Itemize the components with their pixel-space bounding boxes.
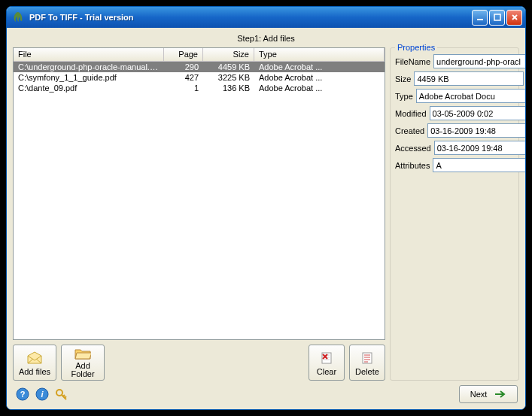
left-panel: File Page Size Type C:\underground-php-o…	[13, 47, 385, 381]
column-file[interactable]: File	[14, 48, 164, 61]
clear-label: Clear	[317, 368, 336, 376]
app-icon	[11, 11, 25, 24]
prop-value-size[interactable]	[414, 71, 524, 86]
clear-button[interactable]: Clear	[309, 345, 345, 381]
add-folder-label: Add Folder	[63, 362, 102, 378]
column-size[interactable]: Size	[203, 48, 254, 61]
svg-text:?: ?	[20, 390, 26, 399]
prop-label-accessed: Accessed	[395, 144, 431, 153]
listview-header: File Page Size Type	[14, 48, 385, 62]
prop-label-attributes: Attributes	[395, 161, 430, 170]
delete-icon	[360, 350, 374, 366]
info-icon[interactable]: i	[34, 386, 50, 402]
prop-value-modified[interactable]	[430, 106, 526, 120]
prop-label-type: Type	[395, 92, 413, 101]
svg-rect-0	[477, 19, 483, 20]
cell-type: Adobe Acrobat ...	[254, 84, 385, 93]
close-button[interactable]	[506, 10, 522, 26]
next-button[interactable]: Next	[459, 385, 518, 403]
prop-value-accessed[interactable]	[434, 141, 526, 155]
next-label: Next	[470, 390, 488, 399]
cell-size: 136 KB	[203, 84, 254, 93]
prop-value-created[interactable]	[427, 123, 526, 138]
prop-value-filename[interactable]	[433, 54, 526, 68]
cell-type: Adobe Acrobat ...	[254, 62, 385, 71]
titlebar[interactable]: PDF To TIFF - Trial version	[7, 7, 525, 28]
table-row[interactable]: C:\symfony_1_1_guide.pdf 427 3225 KB Ado…	[14, 72, 385, 83]
content-row: File Page Size Type C:\underground-php-o…	[13, 47, 519, 381]
window-controls	[472, 10, 522, 26]
prop-label-size: Size	[395, 74, 411, 84]
properties-panel: Properties FileName Size Type Modified C…	[390, 47, 519, 381]
cell-size: 3225 KB	[203, 73, 254, 82]
cell-file: C:\underground-php-oracle-manual.pdf	[14, 62, 164, 71]
cell-page: 290	[164, 62, 203, 71]
app-window: PDF To TIFF - Trial version Step1: Add f…	[6, 6, 526, 410]
step-label: Step1: Add files	[13, 31, 519, 47]
add-files-label: Add files	[19, 368, 50, 376]
cell-file: C:\dante_09.pdf	[14, 84, 164, 93]
delete-button[interactable]: Delete	[349, 345, 385, 381]
file-listview[interactable]: File Page Size Type C:\underground-php-o…	[13, 47, 385, 340]
cell-size: 4459 KB	[203, 62, 254, 71]
arrow-right-icon	[494, 390, 506, 399]
listview-body: C:\underground-php-oracle-manual.pdf 290…	[14, 62, 385, 93]
footer: ? i Next	[13, 381, 519, 403]
svg-rect-1	[494, 14, 500, 20]
delete-label: Delete	[355, 368, 379, 376]
maximize-button[interactable]	[489, 10, 505, 26]
folder-icon	[74, 347, 91, 360]
spacer	[109, 345, 304, 381]
prop-label-modified: Modified	[395, 109, 427, 118]
add-folder-button[interactable]: Add Folder	[61, 345, 105, 381]
table-row[interactable]: C:\dante_09.pdf 1 136 KB Adobe Acrobat .…	[14, 83, 385, 93]
help-icon[interactable]: ?	[14, 386, 31, 402]
column-page[interactable]: Page	[164, 48, 203, 61]
prop-value-attributes[interactable]	[433, 158, 526, 172]
cell-type: Adobe Acrobat ...	[254, 73, 385, 82]
table-row[interactable]: C:\underground-php-oracle-manual.pdf 290…	[14, 62, 385, 72]
properties-legend: Properties	[395, 43, 437, 52]
svg-point-15	[56, 390, 62, 396]
minimize-button[interactable]	[472, 10, 488, 26]
prop-label-created: Created	[395, 126, 424, 135]
window-title: PDF To TIFF - Trial version	[29, 13, 472, 22]
add-files-button[interactable]: Add files	[13, 345, 56, 381]
envelope-icon	[26, 350, 43, 366]
prop-label-filename: FileName	[395, 57, 430, 66]
prop-value-type[interactable]	[416, 89, 526, 103]
column-type[interactable]: Type	[254, 48, 385, 61]
key-icon[interactable]	[53, 386, 70, 402]
clear-icon	[320, 350, 333, 366]
client-area: Step1: Add files File Page Size Type C:\…	[7, 28, 525, 409]
cell-page: 1	[164, 84, 203, 93]
cell-page: 427	[164, 73, 203, 82]
button-row: Add files Add Folder Clear Delete	[13, 345, 385, 381]
cell-file: C:\symfony_1_1_guide.pdf	[14, 73, 164, 82]
